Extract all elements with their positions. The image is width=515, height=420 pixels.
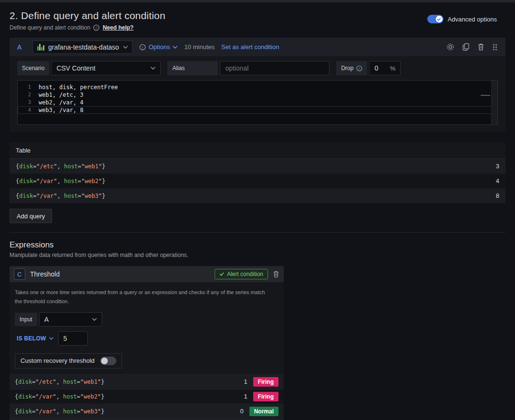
check-icon	[219, 272, 224, 277]
drag-handle-icon[interactable]	[492, 43, 498, 51]
drop-label: Drop i	[336, 61, 367, 75]
condition-operator-dropdown[interactable]: IS BELOW	[15, 335, 53, 342]
state-badge: Firing	[253, 377, 278, 387]
series-summary: 3 series: 2 firing, 1 normal	[10, 419, 284, 420]
series-value: 4	[496, 177, 499, 184]
drop-percent-input[interactable]	[374, 64, 386, 72]
code-line: 3web2, /var, 4	[18, 99, 497, 106]
custom-recovery-threshold-label: Custom recovery threshold	[21, 357, 94, 364]
datasource-picker[interactable]: grafana-testdata-dataso	[32, 41, 133, 54]
question-circle-icon: ?	[93, 24, 100, 31]
scenario-label: Scenario	[17, 61, 49, 75]
series-label: {disk="/var", host="web2"}	[15, 393, 104, 400]
define-query-section: 2. Define query and alert condition Defi…	[0, 2, 515, 420]
delete-query-icon[interactable]	[477, 43, 484, 51]
set-as-alert-condition-link[interactable]: Set as alert condition	[221, 43, 279, 51]
svg-text:?: ?	[95, 26, 98, 30]
recovery-toggle-switch[interactable]	[100, 357, 116, 365]
input-value: A	[44, 316, 49, 323]
datasource-name: grafana-testdata-dataso	[48, 43, 119, 51]
expression-result-row: {disk="/etc", host="web1"}1Firing	[10, 374, 284, 389]
chevron-down-icon	[151, 67, 155, 70]
svg-text:i: i	[359, 66, 360, 71]
input-label: Input	[15, 313, 37, 326]
expression-description: Takes one or more time series returned f…	[15, 288, 272, 307]
add-query-button[interactable]: Add query	[10, 209, 52, 223]
condition-operator-label: IS BELOW	[17, 335, 46, 342]
chevron-down-icon	[123, 46, 128, 49]
code-line: 2web1, /etc, 3	[18, 91, 497, 99]
table-row: {disk="/etc", host="web1"}3	[10, 159, 505, 174]
threshold-expression-card: C Threshold Alert condition Takes one or…	[10, 266, 284, 420]
alert-condition-badge: Alert condition	[215, 269, 268, 279]
csv-content-editor[interactable]: 1host, disk, percentFree2web1, /etc, 33w…	[17, 80, 498, 125]
query-options-toggle[interactable]: i Options	[139, 43, 178, 51]
query-ref-id: A	[17, 43, 26, 51]
expression-type-label: Threshold	[30, 270, 60, 278]
expressions-subtitle: Manipulate data returned from queries wi…	[10, 252, 505, 258]
series-label: {disk="/var", host="web3"}	[15, 408, 104, 415]
drop-percent-field: %	[369, 61, 401, 75]
editor-scrollbar[interactable]	[491, 81, 497, 124]
table-row: {disk="/var", host="web2"}4	[10, 174, 505, 188]
options-label: Options	[149, 43, 170, 51]
code-line: 4web3, /var, 8	[18, 106, 497, 114]
toggle-knob	[101, 358, 108, 364]
expression-result-row: {disk="/var", host="web2"}1Firing	[10, 389, 284, 404]
expression-ref-id: C	[14, 268, 25, 280]
series-value: 3	[496, 163, 499, 170]
state-badge: Firing	[253, 392, 278, 401]
series-label: {disk="/etc", host="web1"}	[16, 163, 105, 170]
need-help-link[interactable]: Need help?	[103, 24, 134, 31]
percent-icon: %	[390, 65, 396, 72]
query-result-panel: Table {disk="/etc", host="web1"}3{disk="…	[10, 142, 505, 203]
result-panel-title: Table	[10, 142, 505, 159]
threshold-value-input[interactable]	[58, 331, 88, 346]
svg-text:i: i	[142, 45, 143, 50]
table-row: {disk="/var", host="web3"}8	[10, 188, 505, 203]
chevron-down-icon	[92, 318, 97, 321]
datasource-icon	[37, 44, 44, 51]
state-badge: Normal	[249, 407, 278, 416]
series-label: {disk="/etc", host="web1"}	[15, 379, 104, 385]
page-subtitle: Define query and alert condition	[10, 24, 90, 31]
custom-recovery-threshold-toggle[interactable]: Custom recovery threshold	[15, 353, 122, 369]
series-label: {disk="/var", host="web2"}	[16, 178, 105, 184]
input-select[interactable]: A	[39, 312, 102, 327]
record-icon[interactable]	[446, 43, 454, 51]
section-divider	[10, 232, 505, 233]
expression-result-row: {disk="/var", host="web3"}0Normal	[10, 404, 284, 419]
result-value: 1	[244, 378, 247, 385]
scenario-select[interactable]: CSV Content	[51, 61, 161, 75]
overview-ruler-marker	[481, 95, 490, 96]
result-value: 0	[240, 408, 243, 415]
expressions-title: Expressions	[10, 240, 505, 250]
code-line: 1host, disk, percentFree	[18, 83, 497, 91]
advanced-options-label: Advanced options	[448, 16, 497, 23]
time-range-summary: 10 minutes	[184, 43, 215, 51]
chevron-down-icon	[49, 337, 53, 340]
duplicate-query-icon[interactable]	[462, 43, 470, 51]
query-editor-card: A grafana-testdata-dataso i Options 10 m…	[10, 38, 505, 132]
drop-label-text: Drop	[341, 65, 353, 72]
series-value: 8	[496, 192, 499, 199]
chevron-down-icon	[173, 46, 177, 49]
advanced-options-toggle[interactable]	[427, 15, 443, 23]
series-label: {disk="/var", host="web3"}	[16, 193, 105, 199]
delete-expression-icon[interactable]	[273, 270, 279, 278]
scenario-value: CSV Content	[56, 64, 95, 72]
info-circle-icon: i	[356, 65, 362, 72]
info-circle-icon: i	[139, 44, 146, 51]
alert-condition-badge-label: Alert condition	[227, 271, 263, 277]
check-icon	[437, 17, 441, 21]
alias-input[interactable]	[220, 61, 330, 75]
result-value: 1	[244, 393, 247, 400]
alias-label: Alias	[167, 61, 218, 75]
toggle-knob	[436, 16, 443, 22]
